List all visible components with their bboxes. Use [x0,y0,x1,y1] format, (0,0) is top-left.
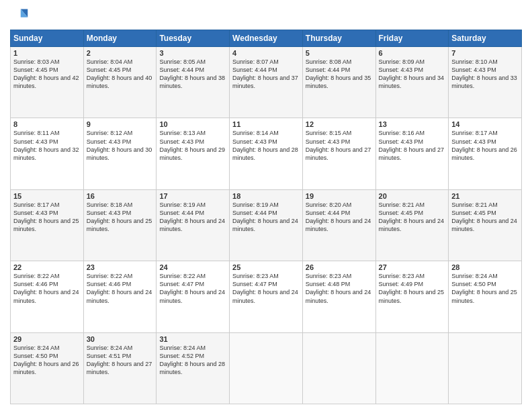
header-day: Saturday [449,30,522,47]
calendar-week-row: 1Sunrise: 8:03 AMSunset: 4:45 PMDaylight… [11,47,522,118]
day-info: Sunrise: 8:23 AMSunset: 4:49 PMDaylight:… [379,272,446,305]
day-info: Sunrise: 8:24 AMSunset: 4:50 PMDaylight:… [451,272,519,305]
calendar-cell [230,332,303,404]
day-number: 30 [87,335,154,343]
day-number: 22 [13,263,81,271]
calendar-cell: 16Sunrise: 8:18 AMSunset: 4:43 PMDayligh… [83,189,157,261]
day-info: Sunrise: 8:22 AMSunset: 4:46 PMDaylight:… [13,272,81,305]
day-info: Sunrise: 8:20 AMSunset: 4:44 PMDaylight:… [306,201,373,234]
day-number: 15 [13,192,81,200]
calendar-cell: 27Sunrise: 8:23 AMSunset: 4:49 PMDayligh… [375,261,449,332]
day-number: 25 [232,263,300,271]
day-number: 21 [451,192,519,200]
calendar-week-row: 22Sunrise: 8:22 AMSunset: 4:46 PMDayligh… [11,261,522,332]
header-day: Friday [375,30,449,47]
day-info: Sunrise: 8:05 AMSunset: 4:44 PMDaylight:… [159,58,226,91]
day-number: 20 [379,192,446,200]
day-info: Sunrise: 8:10 AMSunset: 4:43 PMDaylight:… [451,58,519,91]
day-info: Sunrise: 8:17 AMSunset: 4:43 PMDaylight:… [13,201,81,234]
calendar-cell: 31Sunrise: 8:24 AMSunset: 4:52 PMDayligh… [157,332,230,404]
calendar-cell: 11Sunrise: 8:14 AMSunset: 4:43 PMDayligh… [230,118,303,189]
calendar-cell: 6Sunrise: 8:09 AMSunset: 4:43 PMDaylight… [375,47,449,118]
day-info: Sunrise: 8:21 AMSunset: 4:45 PMDaylight:… [451,201,519,234]
header-day: Tuesday [157,30,230,47]
calendar-week-row: 8Sunrise: 8:11 AMSunset: 4:43 PMDaylight… [11,118,522,189]
calendar-cell: 3Sunrise: 8:05 AMSunset: 4:44 PMDaylight… [157,47,230,118]
day-info: Sunrise: 8:17 AMSunset: 4:43 PMDaylight:… [451,129,519,162]
header-day: Thursday [302,30,375,47]
day-number: 7 [451,49,519,57]
calendar-cell: 30Sunrise: 8:24 AMSunset: 4:51 PMDayligh… [83,332,157,404]
calendar-cell [375,332,449,404]
day-number: 29 [13,335,81,343]
day-number: 13 [379,120,446,128]
calendar-cell: 14Sunrise: 8:17 AMSunset: 4:43 PMDayligh… [449,118,522,189]
header-day: Monday [83,30,157,47]
calendar-cell: 1Sunrise: 8:03 AMSunset: 4:45 PMDaylight… [11,47,84,118]
calendar-cell: 2Sunrise: 8:04 AMSunset: 4:45 PMDaylight… [83,47,157,118]
calendar-cell: 5Sunrise: 8:08 AMSunset: 4:44 PMDaylight… [302,47,375,118]
day-info: Sunrise: 8:18 AMSunset: 4:43 PMDaylight:… [87,201,154,234]
day-number: 26 [306,263,373,271]
day-info: Sunrise: 8:14 AMSunset: 4:43 PMDaylight:… [232,129,300,162]
calendar-week-row: 15Sunrise: 8:17 AMSunset: 4:43 PMDayligh… [11,189,522,261]
logo [10,7,32,26]
calendar-cell: 13Sunrise: 8:16 AMSunset: 4:43 PMDayligh… [375,118,449,189]
day-number: 28 [451,263,519,271]
day-info: Sunrise: 8:24 AMSunset: 4:52 PMDaylight:… [159,344,226,377]
logo-icon [10,7,29,26]
day-number: 19 [306,192,373,200]
header-day: Sunday [11,30,84,47]
day-number: 2 [87,49,154,57]
day-number: 6 [379,49,446,57]
day-info: Sunrise: 8:22 AMSunset: 4:47 PMDaylight:… [159,272,226,305]
calendar-cell: 22Sunrise: 8:22 AMSunset: 4:46 PMDayligh… [11,261,84,332]
calendar-cell: 21Sunrise: 8:21 AMSunset: 4:45 PMDayligh… [449,189,522,261]
day-number: 27 [379,263,446,271]
day-number: 18 [232,192,300,200]
calendar-cell: 12Sunrise: 8:15 AMSunset: 4:43 PMDayligh… [302,118,375,189]
header-day: Wednesday [230,30,303,47]
calendar-cell: 15Sunrise: 8:17 AMSunset: 4:43 PMDayligh… [11,189,84,261]
day-number: 3 [159,49,226,57]
day-info: Sunrise: 8:13 AMSunset: 4:43 PMDaylight:… [159,129,226,162]
calendar-cell: 28Sunrise: 8:24 AMSunset: 4:50 PMDayligh… [449,261,522,332]
day-number: 23 [87,263,154,271]
day-info: Sunrise: 8:12 AMSunset: 4:43 PMDaylight:… [87,129,154,162]
day-info: Sunrise: 8:22 AMSunset: 4:46 PMDaylight:… [87,272,154,305]
calendar-cell: 24Sunrise: 8:22 AMSunset: 4:47 PMDayligh… [157,261,230,332]
calendar-cell: 18Sunrise: 8:19 AMSunset: 4:44 PMDayligh… [230,189,303,261]
day-info: Sunrise: 8:19 AMSunset: 4:44 PMDaylight:… [159,201,226,234]
day-number: 14 [451,120,519,128]
calendar-cell: 7Sunrise: 8:10 AMSunset: 4:43 PMDaylight… [449,47,522,118]
calendar-table: SundayMondayTuesdayWednesdayThursdayFrid… [10,30,522,404]
day-number: 8 [13,120,81,128]
calendar-cell [302,332,375,404]
day-info: Sunrise: 8:24 AMSunset: 4:50 PMDaylight:… [13,344,81,377]
calendar-cell: 19Sunrise: 8:20 AMSunset: 4:44 PMDayligh… [302,189,375,261]
day-info: Sunrise: 8:03 AMSunset: 4:45 PMDaylight:… [13,58,81,91]
calendar-cell: 4Sunrise: 8:07 AMSunset: 4:44 PMDaylight… [230,47,303,118]
day-info: Sunrise: 8:04 AMSunset: 4:45 PMDaylight:… [87,58,154,91]
calendar-cell [449,332,522,404]
day-number: 16 [87,192,154,200]
calendar-cell: 10Sunrise: 8:13 AMSunset: 4:43 PMDayligh… [157,118,230,189]
calendar-week-row: 29Sunrise: 8:24 AMSunset: 4:50 PMDayligh… [11,332,522,404]
header-row: SundayMondayTuesdayWednesdayThursdayFrid… [11,30,522,47]
day-number: 11 [232,120,300,128]
calendar-cell: 26Sunrise: 8:23 AMSunset: 4:48 PMDayligh… [302,261,375,332]
day-info: Sunrise: 8:09 AMSunset: 4:43 PMDaylight:… [379,58,446,91]
day-info: Sunrise: 8:23 AMSunset: 4:47 PMDaylight:… [232,272,300,305]
day-number: 10 [159,120,226,128]
day-info: Sunrise: 8:07 AMSunset: 4:44 PMDaylight:… [232,58,300,91]
top-section [10,7,522,26]
day-number: 31 [159,335,226,343]
calendar-cell: 25Sunrise: 8:23 AMSunset: 4:47 PMDayligh… [230,261,303,332]
day-info: Sunrise: 8:23 AMSunset: 4:48 PMDaylight:… [306,272,373,305]
day-info: Sunrise: 8:21 AMSunset: 4:45 PMDaylight:… [379,201,446,234]
day-number: 17 [159,192,226,200]
day-number: 5 [306,49,373,57]
day-number: 1 [13,49,81,57]
calendar-cell: 8Sunrise: 8:11 AMSunset: 4:43 PMDaylight… [11,118,84,189]
day-info: Sunrise: 8:16 AMSunset: 4:43 PMDaylight:… [379,129,446,162]
